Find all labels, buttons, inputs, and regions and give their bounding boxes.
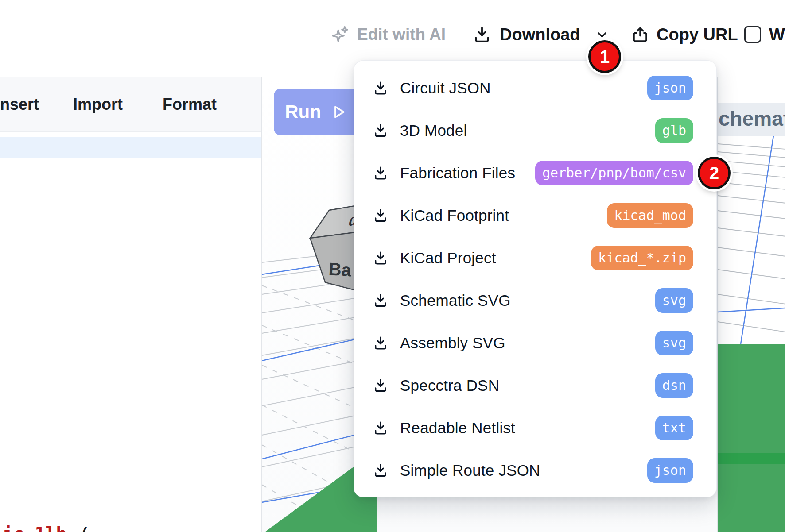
copy-url-button[interactable]: Copy URL: [631, 16, 738, 53]
code-dark-text: /: [78, 524, 88, 532]
download-menu-item[interactable]: Readable Netlisttxt: [354, 407, 716, 449]
download-icon: [472, 25, 492, 44]
schematic-grid: [718, 77, 785, 344]
menu-item-format[interactable]: Format: [163, 77, 217, 131]
chevron-down-icon: [595, 27, 610, 42]
download-icon: [373, 250, 389, 266]
webview-checkbox[interactable]: [744, 26, 761, 43]
edit-with-ai-label: Edit with AI: [357, 25, 446, 44]
download-menu-item[interactable]: Simple Route JSONjson: [354, 449, 716, 492]
edit-with-ai-button[interactable]: Edit with AI: [330, 16, 446, 53]
editor-code-fragment: ic 1lb /: [3, 524, 88, 532]
menu-item-insert[interactable]: nsert: [0, 77, 39, 131]
file-format-badge: svg: [655, 331, 693, 355]
file-format-badge: json: [647, 76, 693, 100]
file-format-badge: svg: [655, 288, 693, 313]
menu-item-import[interactable]: Import: [73, 77, 123, 131]
run-button[interactable]: Run: [274, 89, 358, 135]
download-icon: [373, 378, 389, 393]
editor-highlight-row: [0, 137, 261, 158]
download-menu-item-label: Circuit JSON: [400, 79, 491, 97]
sparkles-icon: [330, 25, 350, 44]
download-menu-item[interactable]: Assembly SVGsvg: [354, 322, 716, 364]
download-menu-item-label: 3D Model: [400, 122, 467, 139]
file-format-badge: gerber/pnp/bom/csv: [535, 161, 693, 185]
download-menu-item-label: KiCad Project: [400, 249, 496, 267]
file-format-badge: txt: [655, 416, 693, 440]
code-editor[interactable]: ic 1lb /: [0, 132, 261, 532]
download-menu-item[interactable]: Schematic SVGsvg: [354, 279, 716, 322]
file-format-badge: dsn: [655, 373, 693, 398]
download-menu-item[interactable]: Circuit JSONjson: [354, 67, 716, 109]
download-menu-item[interactable]: KiCad Footprintkicad_mod: [354, 194, 716, 237]
download-menu-item[interactable]: Fabrication Filesgerber/pnp/bom/csv: [354, 152, 716, 194]
run-label: Run: [285, 101, 321, 123]
annotation-step-2: 2: [698, 157, 731, 189]
download-icon: [373, 420, 389, 436]
download-menu-item[interactable]: Specctra DSNdsn: [354, 364, 716, 407]
schematic-pane[interactable]: chemati: [717, 77, 785, 532]
download-label: Download: [500, 25, 580, 44]
download-icon: [373, 208, 389, 224]
webview-toggle[interactable]: We: [744, 16, 785, 53]
download-icon: [373, 123, 389, 139]
file-format-badge: kicad_mod: [607, 203, 693, 228]
download-button[interactable]: Download: [472, 16, 610, 53]
download-menu-item-label: Readable Netlist: [400, 419, 515, 437]
file-format-badge: kicad_*.zip: [591, 246, 693, 270]
copy-url-label: Copy URL: [657, 25, 738, 44]
download-icon: [373, 293, 389, 308]
download-icon: [373, 80, 389, 96]
pcb-edge-stripe: [718, 453, 785, 464]
download-icon: [373, 165, 389, 181]
download-icon: [373, 463, 389, 478]
webview-label: We: [769, 25, 785, 44]
share-icon: [631, 25, 649, 44]
download-dropdown-menu: Circuit JSONjson3D ModelglbFabrication F…: [354, 60, 717, 497]
download-menu-item-label: Fabrication Files: [400, 164, 515, 182]
editor-menu-bar: nsert Import Format: [0, 77, 261, 132]
download-menu-item[interactable]: 3D Modelglb: [354, 109, 716, 152]
file-format-badge: glb: [655, 118, 693, 143]
code-red-text: ic 1lb: [3, 524, 67, 532]
pcb-board-right: [718, 344, 785, 532]
download-menu-item-label: Schematic SVG: [400, 292, 511, 309]
download-menu-item-label: KiCad Footprint: [400, 207, 509, 224]
file-format-badge: json: [647, 458, 693, 483]
download-icon: [373, 335, 389, 351]
download-menu-item-label: Simple Route JSON: [400, 462, 540, 479]
download-menu-item-label: Assembly SVG: [400, 334, 505, 352]
download-menu-item-label: Specctra DSN: [400, 377, 499, 394]
box-label-front: Ba: [328, 259, 352, 280]
play-icon: [330, 104, 347, 120]
download-menu-item[interactable]: KiCad Projectkicad_*.zip: [354, 237, 716, 279]
annotation-step-1: 1: [588, 40, 621, 73]
